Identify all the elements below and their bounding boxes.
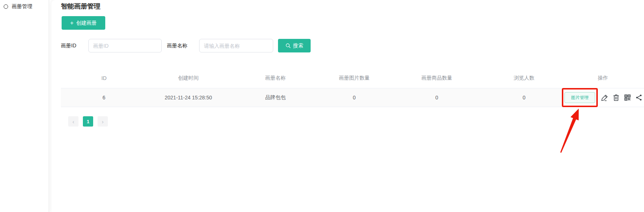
cell-album-name: 品牌包包	[230, 88, 321, 107]
action-icons	[600, 88, 643, 107]
screen: 画册管理 智能画册管理 + 创建画册 画册ID 画册名称 搜索	[0, 0, 644, 212]
pagination-page-1[interactable]: 1	[83, 116, 93, 127]
filter-bar: 画册ID 画册名称 搜索	[51, 39, 644, 52]
delete-icon[interactable]	[612, 94, 620, 102]
share-icon[interactable]	[634, 94, 643, 102]
qrcode-icon[interactable]	[623, 94, 632, 102]
search-icon	[285, 43, 291, 48]
pagination-prev-button[interactable]: ‹	[68, 116, 78, 127]
image-manage-button[interactable]: 图片管理	[564, 92, 595, 103]
column-header-id: ID	[61, 75, 147, 81]
cell-image-count: 0	[321, 88, 387, 107]
column-header-actions: 操作	[562, 75, 644, 81]
column-header-product-count: 画册商品数量	[387, 75, 486, 81]
album-name-label: 画册名称	[167, 39, 187, 52]
plus-icon: +	[70, 20, 73, 26]
cell-product-count: 0	[387, 88, 486, 107]
column-header-album-name: 画册名称	[230, 75, 321, 81]
sidebar-item-album-management[interactable]: 画册管理	[0, 0, 49, 13]
cell-view-count: 0	[486, 88, 562, 107]
circle-icon	[4, 4, 8, 9]
create-album-button[interactable]: + 创建画册	[62, 16, 105, 30]
pagination-next-button[interactable]: ›	[98, 116, 108, 127]
sidebar-item-label: 画册管理	[12, 3, 32, 10]
page-title: 智能画册管理	[61, 2, 100, 11]
search-button[interactable]: 搜索	[278, 39, 311, 52]
column-header-created-time: 创建时间	[147, 75, 230, 81]
table-header-row: ID 创建时间 画册名称 画册图片数量 画册商品数量 浏览人数 操作	[61, 72, 644, 84]
edit-icon[interactable]	[600, 94, 609, 102]
cell-created-time: 2021-11-24 15:28:50	[147, 88, 230, 107]
search-button-label: 搜索	[293, 43, 303, 49]
annotation-highlight-box: 图片管理	[562, 88, 598, 107]
main-panel: 智能画册管理 + 创建画册 画册ID 画册名称 搜索 ID 创建时间 画	[51, 0, 644, 212]
create-album-label: 创建画册	[76, 20, 97, 26]
sidebar: 画册管理	[0, 0, 49, 212]
column-header-view-count: 浏览人数	[486, 75, 562, 81]
album-table: ID 创建时间 画册名称 画册图片数量 画册商品数量 浏览人数 操作 6 202…	[61, 72, 644, 107]
album-name-input[interactable]	[199, 39, 273, 52]
table-row: 6 2021-11-24 15:28:50 品牌包包 0 0 0 图片管理	[61, 88, 644, 107]
pagination: ‹ 1 ›	[68, 116, 108, 127]
cell-actions: 图片管理	[562, 88, 644, 107]
album-id-input[interactable]	[88, 39, 162, 52]
cell-id: 6	[61, 88, 147, 107]
column-header-image-count: 画册图片数量	[321, 75, 387, 81]
album-id-label: 画册ID	[61, 39, 76, 52]
